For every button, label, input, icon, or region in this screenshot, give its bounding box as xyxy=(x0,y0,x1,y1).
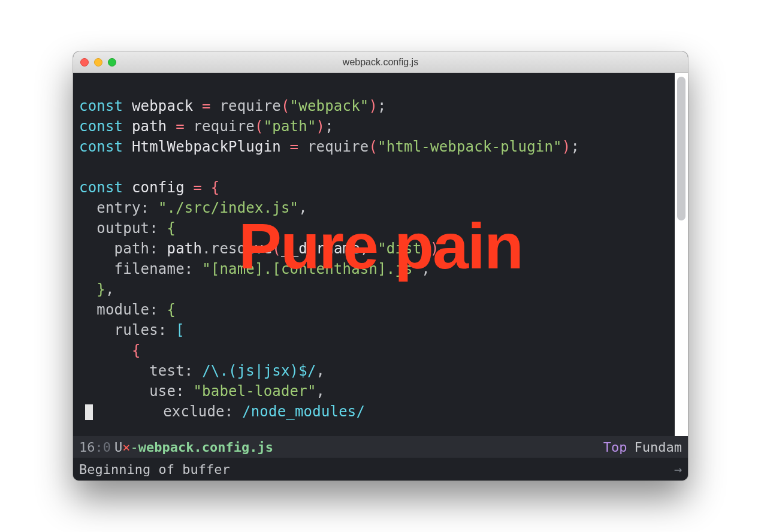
code-line: rules: [ xyxy=(79,322,185,338)
code-line: const webpack = require("webpack"); xyxy=(79,98,386,114)
code-line: test: /\.(js|jsx)$/, xyxy=(79,362,325,379)
close-icon[interactable] xyxy=(80,58,89,66)
editor-area[interactable]: const webpack = require("webpack"); cons… xyxy=(73,73,688,436)
code-line: const path = require("path"); xyxy=(79,118,334,135)
modified-icon: × xyxy=(122,440,130,455)
minibuffer[interactable]: Beginning of buffer → xyxy=(73,458,688,480)
continuation-arrow-icon: → xyxy=(674,462,682,477)
code-line: output: { xyxy=(79,220,176,237)
line-col-sep: : xyxy=(95,440,103,455)
modeline: 16: 0 U×-webpack.config.js Top Fundam xyxy=(73,436,688,458)
code-line: module: { xyxy=(79,301,176,318)
traffic-lights xyxy=(80,58,116,66)
code-line: use: "babel-loader", xyxy=(79,383,325,400)
line-number: 16 xyxy=(79,440,95,455)
code-line: { xyxy=(79,342,141,359)
minimize-icon[interactable] xyxy=(94,58,102,66)
major-mode: Fundam xyxy=(635,440,682,455)
scroll-position: Top xyxy=(603,440,627,455)
encoding-indicator: U xyxy=(114,440,122,455)
code-line: }, xyxy=(79,281,114,298)
scrollbar-thumb[interactable] xyxy=(677,77,685,220)
minibuffer-text: Beginning of buffer xyxy=(79,462,230,477)
code-line: const HtmlWebpackPlugin = require("html-… xyxy=(79,138,579,155)
scrollbar-track[interactable] xyxy=(675,73,688,436)
code-line: exclude: /node_modules/ xyxy=(79,403,365,420)
code-line: filename: "[name].[contenthash].js", xyxy=(79,261,430,277)
column-number: 0 xyxy=(103,440,111,455)
editor-window: webpack.config.js const webpack = requir… xyxy=(73,52,688,480)
modeline-dash: - xyxy=(131,440,138,455)
titlebar: webpack.config.js xyxy=(73,52,688,73)
code-line: entry: "./src/index.js", xyxy=(79,200,307,216)
buffer-filename: webpack.config.js xyxy=(138,440,273,455)
window-title: webpack.config.js xyxy=(73,57,688,68)
code-line: path: path.resolve(__dirname, "dist"), xyxy=(79,240,448,257)
zoom-icon[interactable] xyxy=(108,58,116,66)
code-content[interactable]: const webpack = require("webpack"); cons… xyxy=(73,73,688,422)
code-line: const config = { xyxy=(79,179,219,196)
